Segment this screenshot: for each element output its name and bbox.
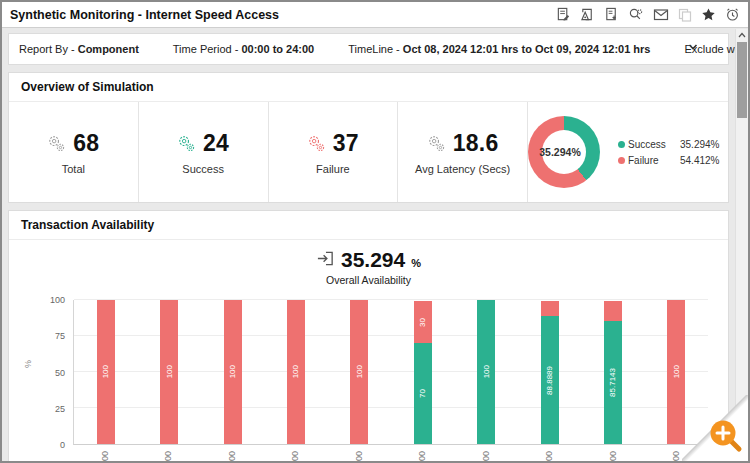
overall-availability-value: 35.294	[341, 248, 405, 272]
availability-bar-chart: % 0255075100 100100100100100703010088.88…	[23, 300, 708, 461]
plot-column: 100100100100100703010088.888985.7143100 …	[73, 300, 708, 461]
filter-bar[interactable]: Report By - Component Time Period - 00:0…	[8, 33, 729, 65]
x-tick-label: 07:00	[417, 451, 427, 461]
bar-segment-failure[interactable]: 100	[97, 300, 115, 444]
bar-segment-failure[interactable]: 100	[350, 300, 368, 444]
bar-segment-failure[interactable]: 100	[287, 300, 305, 444]
legend-item: Failure54.412%	[618, 155, 728, 166]
x-tick: 09:00	[518, 451, 582, 461]
bar-segment-success[interactable]: 85.7143	[604, 321, 622, 444]
title-bar: Synthetic Monitoring - Internet Speed Ac…	[2, 2, 748, 28]
stat-failure: 37 Failure	[269, 102, 399, 202]
filter-time-period: Time Period - 00:00 to 24:00	[173, 43, 314, 55]
x-tick: 08:00	[454, 451, 518, 461]
report-edit-icon[interactable]	[556, 7, 571, 22]
donut-chart[interactable]: 35.294%	[528, 116, 600, 188]
transaction-heading: Transaction Availability	[9, 211, 728, 240]
bar-column: 88.8889	[518, 300, 581, 444]
stat-success-label: Success	[182, 163, 224, 175]
x-tick: 10:00	[581, 451, 645, 461]
bar-segment-success[interactable]: 88.8889	[541, 316, 559, 444]
stat-total-value: 68	[73, 130, 99, 157]
stat-success: 24 Success	[139, 102, 269, 202]
bar-column: 100	[264, 300, 327, 444]
mail-icon[interactable]	[653, 8, 669, 21]
overview-stats-row: 68 Total 24 Success 37 Failur	[9, 102, 728, 202]
gears-icon	[47, 134, 66, 153]
x-tick-label: 06:00	[354, 451, 364, 461]
stat-total: 68 Total	[9, 102, 139, 202]
bar-stack: 85.7143	[604, 300, 622, 444]
legend-item: Success35.294%	[618, 139, 728, 150]
overall-availability-label: Overall Availability	[326, 274, 411, 286]
y-tick-label: 50	[55, 368, 65, 378]
x-tick-label: 12:00	[100, 451, 110, 461]
bar-segment-failure[interactable]	[541, 300, 559, 316]
overall-availability: 35.294 % Overall Availability	[9, 240, 728, 286]
bar-segment-failure[interactable]	[604, 300, 622, 321]
gears-icon	[427, 134, 446, 153]
bar-value-label: 100	[291, 365, 300, 378]
report-design-icon[interactable]	[580, 7, 595, 22]
transaction-availability-card: Transaction Availability 35.294 % Overal…	[8, 210, 729, 461]
legend-dot	[618, 141, 625, 148]
bar-value-label: 100	[672, 365, 681, 378]
bar-stack: 88.8889	[541, 300, 559, 444]
bar-segment-failure[interactable]: 100	[224, 300, 242, 444]
legend-label: Success	[628, 139, 680, 150]
bar-value-label: 100	[482, 365, 491, 378]
bar-column: 100	[454, 300, 517, 444]
bar-column: 100	[328, 300, 391, 444]
x-tick: 06:00	[327, 451, 391, 461]
stat-success-value: 24	[203, 130, 229, 157]
dashboard-content: Report By - Component Time Period - 00:0…	[2, 29, 735, 461]
bar-stack: 100	[477, 300, 495, 444]
titlebar-icon-row	[556, 7, 740, 22]
x-tick-label: 13:00	[163, 451, 173, 461]
copy-icon[interactable]	[678, 8, 692, 22]
overview-heading: Overview of Simulation	[9, 73, 728, 102]
stat-avg-latency-label: Avg Latency (Secs)	[415, 163, 510, 175]
y-tick-label: 25	[55, 404, 65, 414]
bar-value-label: 100	[165, 365, 174, 378]
bar-plot: 100100100100100703010088.888985.7143100	[73, 300, 708, 445]
page-title: Synthetic Monitoring - Internet Speed Ac…	[10, 8, 279, 22]
x-axis-labels: 12:0013:0004:0005:0006:0007:0008:0009:00…	[73, 445, 708, 461]
bar-stack: 100	[287, 300, 305, 444]
scroll-area: Report By - Component Time Period - 00:0…	[2, 29, 748, 461]
star-icon[interactable]	[701, 7, 716, 22]
donut-legend: Success35.294%Failure54.412%	[618, 139, 728, 166]
legend-value: 35.294%	[680, 139, 728, 150]
filter-timeline: TimeLine - Oct 08, 2024 12:01 hrs to Oct…	[348, 43, 650, 55]
alarm-clock-icon[interactable]	[725, 7, 740, 22]
bar-value-label: 70	[418, 389, 427, 398]
scrollbar-thumb[interactable]	[737, 42, 747, 118]
bar-column: 7030	[391, 300, 454, 444]
bar-segment-success[interactable]: 100	[477, 300, 495, 444]
bar-column: 100	[74, 300, 137, 444]
bar-segment-failure[interactable]: 100	[160, 300, 178, 444]
y-axis-title-col: %	[23, 300, 39, 461]
legend-value: 54.412%	[680, 155, 728, 166]
x-tick: 05:00	[264, 451, 328, 461]
x-tick: 04:00	[200, 451, 264, 461]
stat-avg-latency-value: 18.6	[453, 130, 499, 157]
search-gear-icon[interactable]	[628, 7, 644, 22]
file-download-icon[interactable]	[604, 7, 619, 22]
gears-icon	[177, 134, 196, 153]
scroll-up-arrow[interactable]	[736, 29, 748, 41]
legend-label: Failure	[628, 155, 680, 166]
stat-failure-label: Failure	[316, 163, 350, 175]
bar-value-label: 100	[228, 365, 237, 378]
zoom-plus-fab[interactable]	[707, 417, 743, 457]
y-tick-label: 100	[50, 295, 65, 305]
y-tick-label: 75	[55, 331, 65, 341]
donut-center-label: 35.294%	[539, 146, 580, 158]
bar-column: 85.7143	[581, 300, 644, 444]
overview-card: Overview of Simulation 68 Total 24 Succe…	[8, 72, 729, 203]
bar-column: 100	[201, 300, 264, 444]
chevron-down-icon[interactable]	[686, 40, 700, 58]
bar-segment-success[interactable]: 70	[414, 343, 432, 444]
bar-segment-failure[interactable]: 30	[414, 300, 432, 343]
bar-stack: 7030	[414, 300, 432, 444]
